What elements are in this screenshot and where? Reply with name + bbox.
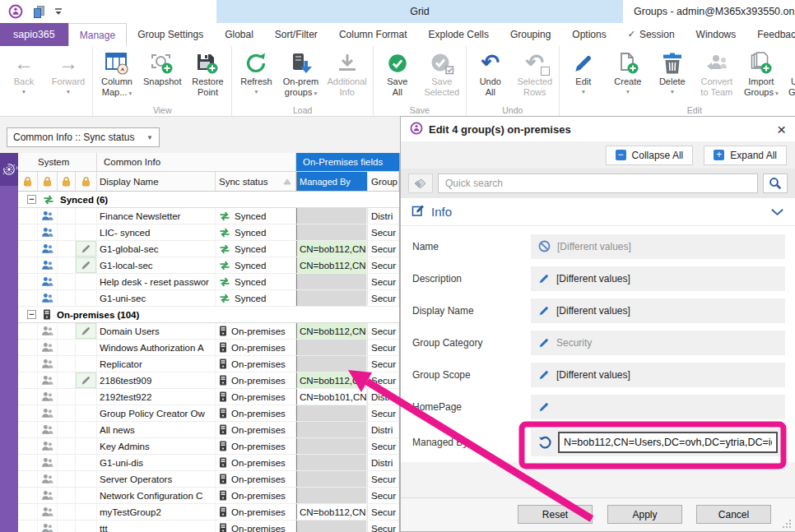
homepage-field[interactable]	[531, 395, 785, 419]
window-copy-icon[interactable]	[32, 5, 45, 18]
display-name-cell[interactable]: All news	[97, 422, 216, 437]
group-header-row[interactable]: −Synced (6)	[18, 192, 399, 208]
group-type-cell[interactable]: Secur	[367, 224, 399, 240]
sync-status-cell[interactable]: Synced	[216, 257, 296, 273]
tab-sapio365[interactable]: sapio365	[0, 23, 68, 46]
display-name-cell[interactable]: Network Configuration C	[97, 488, 216, 503]
managed-by-cell[interactable]	[296, 224, 367, 240]
group-type-cell[interactable]: Distri	[367, 422, 399, 437]
managed-by-cell[interactable]	[296, 405, 367, 421]
sync-status-cell[interactable]: On-premises	[216, 323, 296, 339]
managed-by-cell[interactable]	[296, 471, 367, 487]
info-section-header[interactable]: Info	[401, 198, 795, 226]
display-name-cell[interactable]: Group Policy Creator Ow	[97, 405, 216, 421]
table-row[interactable]: 2192test922On-premisesCN=bob101,CN=Distr…	[18, 389, 399, 405]
cancel-button[interactable]: Cancel	[696, 505, 771, 524]
group-type-cell[interactable]: Secur	[367, 323, 399, 339]
expand-all-button[interactable]: + Expand All	[704, 146, 787, 165]
group-header-row[interactable]: −On-premises (104)	[18, 307, 399, 323]
import-groups-button[interactable]: ImportGroups▾	[739, 48, 783, 105]
group-type-cell[interactable]: Secur	[367, 290, 399, 306]
table-row[interactable]: LIC- syncedSyncedSecur	[18, 224, 399, 241]
create-button[interactable]: Create▾	[606, 48, 650, 105]
on-prem-groups-button[interactable]: On-premgroups▾	[278, 48, 323, 105]
sync-status-cell[interactable]: On-premises	[216, 356, 296, 372]
display-name-cell[interactable]: Windows Authorization A	[97, 340, 216, 355]
group-type-cell[interactable]: Secur	[367, 520, 399, 532]
sync-status-cell[interactable]: On-premises	[216, 405, 296, 421]
managed-by-cell[interactable]	[296, 520, 367, 532]
sync-status-cell[interactable]: On-premises	[216, 520, 296, 532]
collapse-group-icon[interactable]: −	[27, 310, 36, 319]
table-row[interactable]: Finance NewsletterSyncedDistri	[18, 208, 399, 224]
reset-button[interactable]: Reset	[518, 505, 593, 524]
managed-by-cell[interactable]	[296, 340, 367, 355]
display-name-cell[interactable]: G1-uni-sec	[97, 290, 216, 306]
column-map-button[interactable]: ColumnMap...▾	[95, 48, 139, 105]
table-row[interactable]: All newsOn-premisesDistri	[18, 422, 399, 438]
table-row[interactable]: ReplicatorOn-premisesSecur	[18, 356, 399, 372]
group-type-cell[interactable]: Distri	[367, 208, 399, 224]
managed-by-cell[interactable]	[296, 356, 367, 372]
sync-status-cell[interactable]: Synced	[216, 274, 296, 289]
column-header-managed-by[interactable]: Managed By	[296, 172, 367, 191]
managed-by-cell[interactable]	[296, 488, 367, 503]
band-header-onpremises-fields[interactable]: On-Premises fields	[296, 153, 399, 171]
column-header-display-name[interactable]: Display Name	[97, 172, 216, 191]
managed-by-cell[interactable]: CN=bob101,CN=	[296, 389, 367, 405]
managed-by-cell[interactable]: CN=bob112,CN=	[296, 372, 367, 388]
collapse-group-icon[interactable]: −	[27, 195, 36, 204]
name-field[interactable]: [Different values]	[531, 234, 785, 259]
managed-by-cell[interactable]	[296, 290, 367, 306]
managed-by-cell[interactable]	[296, 455, 367, 470]
display-name-field[interactable]: [Different values]	[531, 298, 785, 323]
column-header-group-type[interactable]: Group	[367, 172, 399, 191]
table-row[interactable]: Group Policy Creator OwOn-premisesSecur	[18, 405, 399, 422]
search-button[interactable]	[763, 173, 788, 193]
table-row[interactable]: 2186test909On-premisesCN=bob112,CN=Secur	[18, 372, 399, 389]
tab-sort-filter[interactable]: Sort/Filter	[264, 23, 328, 45]
clear-search-button[interactable]	[408, 173, 433, 193]
delete-button[interactable]: Delete▾	[650, 48, 695, 105]
sync-status-cell[interactable]: Synced	[216, 208, 296, 224]
chevron-down-icon[interactable]	[770, 208, 784, 216]
tab-explode-cells[interactable]: Explode Cells	[418, 23, 500, 45]
managed-by-cell[interactable]: CN=bob112,CN=	[296, 257, 367, 273]
sync-status-cell[interactable]: On-premises	[216, 504, 296, 520]
description-field[interactable]: [Different values]	[531, 266, 785, 291]
display-name-cell[interactable]: Replicator	[97, 356, 216, 372]
update-groups-button[interactable]: UpdateGroups▾	[783, 48, 795, 105]
group-type-cell[interactable]: Distri	[367, 389, 399, 405]
group-type-cell[interactable]: Secur	[367, 340, 399, 355]
managed-by-cell[interactable]	[296, 422, 367, 437]
tab-column-format[interactable]: Column Format	[328, 23, 418, 45]
table-row[interactable]: G1-local-secSyncedCN=bob112,CN=Secur	[18, 257, 399, 274]
sync-status-cell[interactable]: On-premises	[216, 455, 296, 470]
sync-status-cell[interactable]: Synced	[216, 241, 296, 257]
group-type-cell[interactable]: Secur	[367, 356, 399, 372]
sync-status-cell[interactable]: On-premises	[216, 389, 296, 405]
edit-button[interactable]: Edit▾	[561, 48, 606, 105]
table-row[interactable]: Windows Authorization AOn-premisesSecur	[18, 340, 399, 356]
save-all-button[interactable]: SaveAll	[375, 48, 420, 105]
group-type-cell[interactable]: Distri	[367, 455, 399, 470]
managed-by-input[interactable]	[558, 432, 778, 453]
sync-status-cell[interactable]: On-premises	[216, 471, 296, 487]
tab-grouping[interactable]: Grouping	[500, 23, 561, 45]
managed-by-cell[interactable]: CN=bob112,CN=	[296, 504, 367, 520]
sync-status-cell[interactable]: On-premises	[216, 372, 296, 388]
band-header-system[interactable]: System	[18, 153, 97, 171]
display-name-cell[interactable]: Finance Newsletter	[97, 208, 216, 224]
tab-feedback[interactable]: Feedback	[746, 23, 795, 45]
table-row[interactable]: Domain UsersOn-premisesCN=bob112,CN=Secu…	[18, 323, 399, 340]
restore-point-button[interactable]: RestorePoint	[185, 48, 230, 105]
table-row[interactable]: G1-uni-secSyncedSecur	[18, 290, 399, 307]
group-type-cell[interactable]: Secur	[367, 488, 399, 503]
apply-button[interactable]: Apply	[607, 505, 682, 524]
group-type-cell[interactable]: Secur	[367, 471, 399, 487]
quick-search-input[interactable]	[438, 173, 758, 193]
tab-manage[interactable]: Manage	[68, 23, 127, 47]
display-name-cell[interactable]: 2192test922	[97, 389, 216, 405]
column-header-sync-status[interactable]: Sync status	[216, 172, 296, 191]
display-name-cell[interactable]: G1-global-sec	[97, 241, 216, 257]
